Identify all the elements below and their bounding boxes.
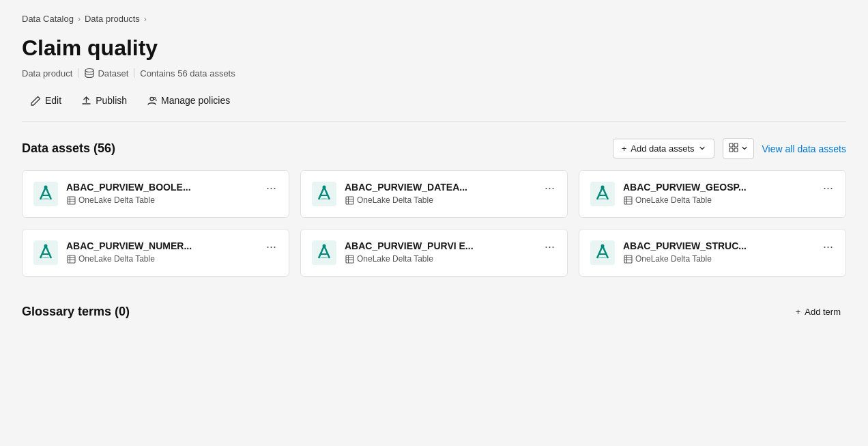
asset-logo [590, 240, 615, 265]
add-icon: + [622, 143, 627, 154]
asset-menu-button[interactable]: ··· [263, 239, 279, 254]
asset-type-label: OneLake Delta Table [78, 254, 155, 264]
chevron-down-icon [699, 143, 706, 154]
asset-type: OneLake Delta Table [623, 254, 835, 264]
svg-rect-37 [590, 240, 615, 265]
meta-assets-count: Contains 56 data assets [140, 68, 235, 79]
asset-logo [33, 182, 58, 206]
breadcrumb-separator-1: › [78, 14, 81, 24]
asset-name: ABAC_PURVIEW_PURVI E... [345, 240, 556, 251]
svg-rect-39 [624, 255, 632, 263]
svg-point-32 [323, 245, 326, 248]
view-toggle-button[interactable] [723, 138, 754, 159]
asset-info: ABAC_PURVIEW_BOOLE... OneLake Delta Tabl… [66, 182, 278, 205]
svg-rect-13 [312, 182, 336, 206]
data-assets-title: Data assets (56) [22, 141, 115, 156]
asset-menu-button[interactable]: ··· [820, 239, 836, 254]
table-icon [66, 254, 76, 264]
svg-rect-7 [33, 182, 58, 206]
asset-name: ABAC_PURVIEW_NUMER... [66, 240, 278, 251]
section-actions: + Add data assets View all data assets [613, 138, 846, 159]
svg-rect-4 [734, 143, 738, 147]
table-icon [345, 254, 354, 264]
asset-card[interactable]: ABAC_PURVIEW_PURVI E... OneLake Delta Ta… [300, 229, 568, 277]
manage-policies-label: Manage policies [161, 95, 230, 106]
asset-name: ABAC_PURVIEW_STRUC... [623, 240, 835, 251]
asset-menu-button[interactable]: ··· [542, 239, 558, 254]
svg-rect-25 [33, 240, 58, 265]
asset-info: ABAC_PURVIEW_DATEA... OneLake Delta Tabl… [345, 182, 556, 205]
breadcrumb-data-catalog[interactable]: Data Catalog [22, 14, 74, 24]
view-toggle-chevron-icon [741, 143, 748, 154]
svg-point-38 [601, 245, 605, 248]
svg-point-20 [601, 186, 605, 189]
meta-divider-2 [134, 68, 134, 78]
asset-logo [312, 240, 336, 265]
asset-type: OneLake Delta Table [623, 195, 835, 205]
page-meta: Data product Dataset Contains 56 data as… [22, 68, 846, 79]
breadcrumb-separator-2: › [144, 14, 147, 24]
asset-logo [312, 182, 336, 206]
edit-label: Edit [45, 95, 61, 106]
meta-divider-1 [78, 68, 78, 78]
asset-type-label: OneLake Delta Table [635, 195, 712, 205]
publish-icon [81, 95, 91, 106]
asset-logo [33, 240, 58, 265]
svg-point-1 [150, 97, 154, 100]
edit-icon [30, 95, 41, 106]
breadcrumb-data-products[interactable]: Data products [85, 14, 140, 24]
asset-menu-button[interactable]: ··· [263, 180, 279, 195]
svg-rect-21 [624, 197, 632, 204]
add-data-assets-label: Add data assets [631, 143, 694, 154]
asset-info: ABAC_PURVIEW_NUMER... OneLake Delta Tabl… [66, 240, 278, 264]
svg-point-14 [323, 186, 326, 189]
glossary-title: Glossary terms (0) [22, 305, 130, 319]
manage-policies-icon [146, 95, 157, 106]
asset-type-label: OneLake Delta Table [78, 195, 155, 205]
asset-card[interactable]: ABAC_PURVIEW_DATEA... OneLake Delta Tabl… [300, 170, 568, 218]
table-icon [345, 195, 354, 205]
add-term-label: Add term [805, 307, 841, 317]
page-title: Claim quality [22, 35, 846, 61]
grid-icon [729, 143, 738, 154]
edit-button[interactable]: Edit [22, 91, 70, 110]
meta-dataset-label: Dataset [98, 68, 128, 79]
asset-type: OneLake Delta Table [345, 195, 556, 205]
publish-button[interactable]: Publish [72, 91, 135, 110]
add-term-button[interactable]: + Add term [790, 304, 846, 320]
asset-type: OneLake Delta Table [66, 195, 278, 205]
data-assets-section-header: Data assets (56) + Add data assets View … [22, 138, 846, 159]
asset-name: ABAC_PURVIEW_GEOSP... [623, 182, 835, 193]
asset-menu-button[interactable]: ··· [820, 180, 836, 195]
svg-point-2 [154, 97, 156, 99]
assets-grid: ABAC_PURVIEW_BOOLE... OneLake Delta Tabl… [22, 170, 846, 277]
add-data-assets-button[interactable]: + Add data assets [613, 139, 714, 158]
table-icon [623, 254, 633, 264]
asset-logo [590, 182, 615, 206]
svg-rect-5 [729, 148, 733, 152]
meta-type: Data product [22, 68, 72, 79]
svg-rect-3 [729, 143, 733, 147]
asset-type: OneLake Delta Table [345, 254, 556, 264]
dataset-icon [84, 68, 95, 79]
asset-info: ABAC_PURVIEW_PURVI E... OneLake Delta Ta… [345, 240, 556, 264]
breadcrumb: Data Catalog › Data products › [22, 14, 846, 24]
table-icon [623, 195, 633, 205]
svg-rect-31 [312, 240, 336, 265]
asset-card[interactable]: ABAC_PURVIEW_NUMER... OneLake Delta Tabl… [22, 229, 289, 277]
svg-rect-9 [68, 197, 75, 204]
svg-point-26 [44, 245, 48, 248]
asset-type-label: OneLake Delta Table [357, 195, 433, 205]
toolbar: Edit Publish Manage policies [22, 91, 846, 122]
asset-info: ABAC_PURVIEW_STRUC... OneLake Delta Tabl… [623, 240, 835, 264]
asset-name: ABAC_PURVIEW_BOOLE... [66, 182, 278, 193]
asset-card[interactable]: ABAC_PURVIEW_STRUC... OneLake Delta Tabl… [579, 229, 846, 277]
asset-card[interactable]: ABAC_PURVIEW_GEOSP... OneLake Delta Tabl… [579, 170, 846, 218]
manage-policies-button[interactable]: Manage policies [138, 91, 238, 110]
asset-info: ABAC_PURVIEW_GEOSP... OneLake Delta Tabl… [623, 182, 835, 205]
svg-rect-33 [346, 255, 353, 263]
view-all-data-assets-link[interactable]: View all data assets [762, 143, 846, 154]
asset-card[interactable]: ABAC_PURVIEW_BOOLE... OneLake Delta Tabl… [22, 170, 289, 218]
asset-menu-button[interactable]: ··· [542, 180, 558, 195]
svg-point-8 [44, 186, 48, 189]
